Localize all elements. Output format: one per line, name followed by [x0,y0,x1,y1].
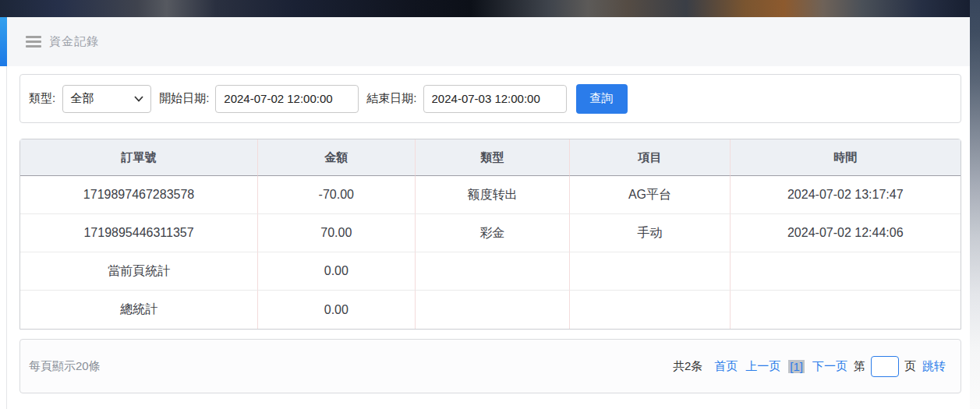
type-select[interactable]: 全部 [62,85,151,113]
start-date-label: 開始日期: [159,91,209,106]
content-area: 類型: 全部 開始日期: 結束日期: 查詢 訂單號 金額 [19,66,961,393]
sidebar-active-indicator[interactable] [0,17,7,66]
type-select-value: 全部 [70,91,94,106]
main-panel: 資金記錄 類型: 全部 開始日期: 結束日期: 查詢 訂單 [0,17,970,409]
funds-record-table: 訂單號 金額 類型 項目 時間 1719897467283578 -70.00 … [19,139,961,330]
search-button[interactable]: 查詢 [576,84,628,114]
column-header-order-no: 訂單號 [20,139,258,176]
table-row: 1719897467283578 -70.00 额度转出 AG平台 2024-0… [20,176,961,214]
cell-summary-label: 當前頁統計 [20,252,258,291]
current-page-indicator[interactable]: [1] [788,360,805,373]
cell-amount: -70.00 [258,176,415,214]
cell-amount: 0.00 [258,291,415,329]
pagination-bar: 每頁顯示20條 共2条 首页 上一页 [1] 下一页 第 页 跳转 [19,339,961,393]
total-count-text: 共2条 [673,359,702,374]
table-header-row: 訂單號 金額 類型 項目 時間 [20,139,961,176]
type-label: 類型: [29,91,55,106]
cell-item: 手动 [570,214,730,252]
cell-type: 彩金 [416,214,571,252]
column-header-item: 項目 [570,139,730,176]
cell-time: 2024-07-02 13:17:47 [731,176,961,214]
cell-time: 2024-07-02 12:44:06 [731,214,961,252]
chevron-down-icon [134,96,143,102]
cell-order-no: 1719897467283578 [20,176,258,214]
column-header-amount: 金額 [258,139,415,176]
menu-toggle-icon[interactable] [26,36,41,48]
cell-empty [731,252,961,291]
page-size-text: 每頁顯示20條 [29,359,101,374]
table-row-total-summary: 總統計 0.00 [20,291,961,329]
end-date-input[interactable] [423,85,567,113]
prev-page-link[interactable]: 上一页 [745,359,780,374]
cell-summary-label: 總統計 [20,291,258,329]
collapsed-sidebar [0,17,7,409]
background-right-strip [970,0,980,409]
column-header-type: 類型 [416,139,571,176]
cell-item: AG平台 [570,176,730,214]
table-row: 1719895446311357 70.00 彩金 手动 2024-07-02 … [20,214,961,252]
cell-empty [570,291,730,329]
cell-empty [570,252,730,291]
cell-empty [731,291,961,329]
cell-empty [416,252,571,291]
cell-amount: 70.00 [258,214,415,252]
page-header: 資金記錄 [7,17,970,66]
page-title: 資金記錄 [49,34,99,49]
goto-page-suffix: 页 [904,359,916,374]
cell-amount: 0.00 [258,252,415,291]
filter-bar: 類型: 全部 開始日期: 結束日期: 查詢 [19,74,961,123]
cell-empty [416,291,571,329]
column-header-time: 時間 [731,139,961,176]
jump-link[interactable]: 跳转 [922,359,946,374]
next-page-link[interactable]: 下一页 [812,359,847,374]
pagination-controls: 共2条 首页 上一页 [1] 下一页 第 页 跳转 [673,356,950,377]
cell-order-no: 1719895446311357 [20,214,258,252]
goto-page-prefix: 第 [854,359,865,374]
end-date-label: 結束日期: [366,91,416,106]
start-date-input[interactable] [215,85,359,113]
background-top-strip [0,0,980,17]
table-row-page-summary: 當前頁統計 0.00 [20,252,961,291]
goto-page-input[interactable] [871,356,899,377]
first-page-link[interactable]: 首页 [714,359,738,374]
cell-type: 额度转出 [416,176,571,214]
